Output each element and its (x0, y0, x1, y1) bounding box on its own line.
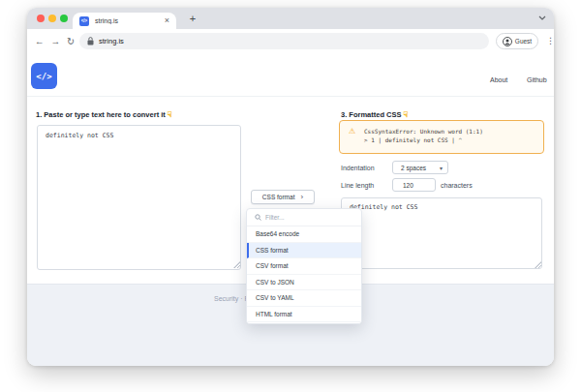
reload-button[interactable]: ↻ (67, 36, 75, 46)
dropdown-option-csv-to-yaml[interactable]: CSV to YAML (247, 290, 361, 307)
indentation-value: 2 spaces (401, 165, 426, 171)
main-content: 1. Paste or type text here to convert it… (27, 97, 554, 284)
traffic-zoom-button[interactable] (60, 15, 68, 22)
dropdown-filter-row (247, 209, 361, 226)
line-length-input[interactable] (392, 178, 436, 192)
line-length-suffix: characters (441, 182, 473, 189)
back-button[interactable]: ← (35, 36, 45, 46)
about-link[interactable]: About (490, 76, 507, 83)
indentation-select[interactable]: 2 spaces ▾ (392, 161, 448, 174)
converter-mode-label: CSS format (262, 194, 295, 200)
tab-close-icon[interactable]: × (165, 16, 169, 25)
address-bar-row: ← → ↻ string.is Guest ⋮ (27, 29, 554, 52)
error-message-text: CssSyntaxError: Unknown word (1:1)> 1 | … (364, 127, 483, 144)
dropdown-option-html-format[interactable]: HTML format (247, 307, 361, 323)
error-message-box: ⚠ CssSyntaxError: Unknown word (1:1)> 1 … (339, 120, 544, 154)
pointing-down-icon: ☟ (404, 110, 409, 119)
tab-strip: </> string.is × + (27, 8, 554, 29)
site-header: </> About Github (27, 52, 554, 97)
browser-menu-icon[interactable]: ⋮ (546, 32, 554, 49)
formatted-output[interactable]: definitely not CSS (341, 197, 542, 269)
browser-tab[interactable]: </> string.is × (73, 13, 176, 29)
dropdown-option-css-format[interactable]: CSS format (247, 243, 361, 259)
input-panel-heading: 1. Paste or type text here to convert it… (36, 110, 172, 119)
input-panel-heading-text: 1. Paste or type text here to convert it (36, 110, 166, 119)
traffic-minimize-button[interactable] (48, 15, 56, 22)
pointing-down-icon: ☟ (168, 110, 172, 119)
dropdown-option-csv-format[interactable]: CSV format (247, 258, 361, 275)
indentation-label: Indentation (341, 165, 375, 171)
forward-button[interactable]: → (51, 36, 61, 46)
error-line-1: CssSyntaxError: Unknown word (1:1) (364, 128, 483, 135)
error-line-2: > 1 | definitely not CSS | ^ (364, 136, 462, 143)
warning-icon: ⚠ (349, 128, 355, 136)
lock-icon (87, 37, 94, 45)
tab-search-chevron-icon[interactable] (538, 15, 546, 20)
output-panel-heading-text: 3. Formatted CSS (341, 110, 402, 119)
search-icon (255, 214, 261, 221)
line-length-label: Line length (341, 182, 374, 189)
source-text-input[interactable]: definitely not CSS (37, 125, 241, 270)
chevron-right-icon: › (300, 194, 303, 201)
address-url: string.is (99, 37, 124, 45)
traffic-close-button[interactable] (37, 15, 45, 22)
converter-dropdown: Base64 encode CSS format CSV format CSV … (246, 208, 362, 324)
site-logo-icon[interactable]: </> (31, 63, 57, 89)
profile-button[interactable]: Guest (496, 33, 538, 49)
output-panel-heading: 3. Formatted CSS☟ (341, 110, 408, 119)
avatar-icon (503, 37, 512, 46)
browser-window: </> string.is × + ← → ↻ string.is Guest … (27, 8, 554, 366)
site-favicon-icon: </> (79, 16, 89, 26)
converter-mode-button[interactable]: CSS format › (251, 190, 315, 204)
dropdown-option-base64-encode[interactable]: Base64 encode (247, 226, 361, 243)
address-bar[interactable]: string.is (79, 33, 489, 49)
new-tab-button[interactable]: + (185, 12, 200, 27)
dropdown-option-csv-to-json[interactable]: CSV to JSON (247, 275, 361, 291)
profile-label: Guest (515, 38, 532, 45)
dropdown-option-javascript-format[interactable]: JavaScript format (247, 322, 361, 324)
select-arrow-icon: ▾ (440, 165, 443, 171)
github-link[interactable]: Github (527, 76, 547, 83)
tab-title: string.is (95, 17, 165, 24)
filter-input[interactable] (265, 214, 352, 221)
